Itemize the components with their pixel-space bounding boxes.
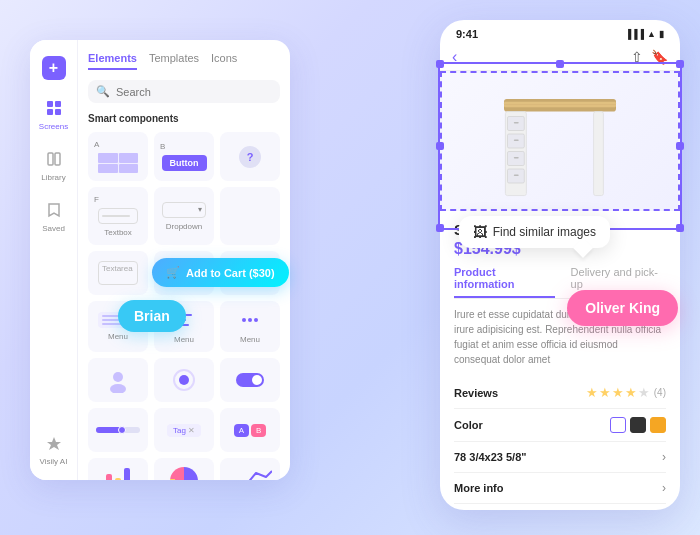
cart-icon: 🛒 xyxy=(166,266,180,279)
comp-empty-1 xyxy=(220,187,280,245)
svg-marker-6 xyxy=(47,437,61,450)
tool-sidebar: + Screens Library xyxy=(30,40,78,480)
sidebar-screens-label: Screens xyxy=(39,122,68,131)
swatch-white[interactable] xyxy=(610,417,626,433)
svg-rect-2 xyxy=(47,109,53,115)
visily-ai-icon xyxy=(42,431,66,455)
comp-question[interactable]: ? xyxy=(220,132,280,181)
oliver-king-bubble: Oliver King xyxy=(567,290,678,326)
comp-menu-3[interactable]: Menu xyxy=(220,301,280,352)
avatar-icon xyxy=(105,367,131,393)
search-bar[interactable]: 🔍 xyxy=(88,80,280,103)
star-4: ★ xyxy=(625,385,637,400)
star-3: ★ xyxy=(612,385,624,400)
back-button[interactable]: ‹ xyxy=(452,48,457,66)
svg-rect-5 xyxy=(55,153,60,165)
comp-table[interactable]: A xyxy=(88,132,148,181)
tab-product-info[interactable]: Product information xyxy=(454,266,555,298)
comp-badges[interactable]: A B xyxy=(220,408,280,452)
product-info: Shell Desk $154.99$ Product information … xyxy=(440,211,680,510)
spec-label-color: Color xyxy=(454,419,483,431)
comp-bar-chart-preview xyxy=(97,466,139,480)
product-image-area xyxy=(440,71,680,211)
brian-label: Brian xyxy=(134,308,170,324)
oliver-king-label: Oliver King xyxy=(585,300,660,316)
components-grid: A B Button ? F Textbox xyxy=(88,132,280,480)
product-image xyxy=(490,76,630,206)
comp-dropdown-preview: ▾ xyxy=(162,202,206,218)
sidebar-item-library[interactable]: Library xyxy=(32,141,76,188)
comp-button-preview: Button xyxy=(162,155,207,171)
add-to-cart-bubble[interactable]: 🛒 Add to Cart ($30) xyxy=(152,258,289,287)
comp-avatar[interactable] xyxy=(88,358,148,402)
swatch-black[interactable] xyxy=(630,417,646,433)
comp-slider[interactable] xyxy=(88,408,148,452)
svg-point-14 xyxy=(110,384,126,393)
comp-dropdown[interactable]: ▾ Dropdown xyxy=(154,187,214,245)
comp-pie-chart[interactable] xyxy=(154,458,214,480)
svg-rect-26 xyxy=(594,112,604,196)
comp-badges-preview: A B xyxy=(234,424,267,437)
spec-reviews: Reviews ★ ★ ★ ★ ★ (4) xyxy=(454,377,666,409)
chevron-more-info: › xyxy=(662,481,666,495)
comp-line-chart[interactable] xyxy=(220,458,280,480)
brian-bubble: Brian xyxy=(118,300,186,332)
swatch-yellow[interactable] xyxy=(650,417,666,433)
spec-label-dimensions: 78 3/4x23 5/8" xyxy=(454,451,527,463)
tab-templates[interactable]: Templates xyxy=(149,52,199,70)
svg-point-13 xyxy=(113,372,123,382)
svg-rect-3 xyxy=(55,109,61,115)
comp-table-icon xyxy=(98,153,138,173)
bookmark-icon[interactable]: 🔖 xyxy=(651,49,668,65)
stars-display: ★ ★ ★ ★ ★ xyxy=(586,385,650,400)
spec-label-reviews: Reviews xyxy=(454,387,498,399)
comp-textbox-preview xyxy=(98,208,138,224)
spec-more-info[interactable]: More info › xyxy=(454,473,666,504)
status-bar: 9:41 ▐▐▐ ▲ ▮ xyxy=(440,20,680,44)
toggle-circle-icon xyxy=(173,369,195,391)
comp-pie-chart-preview xyxy=(170,467,198,480)
sidebar-item-visily-ai[interactable]: Visily AI xyxy=(32,425,76,472)
svg-point-10 xyxy=(242,318,246,322)
chevron-dimensions: › xyxy=(662,450,666,464)
svg-rect-25 xyxy=(514,175,519,176)
svg-rect-22 xyxy=(514,122,519,123)
spec-color: Color xyxy=(454,409,666,442)
phone-panel: 9:41 ▐▐▐ ▲ ▮ ‹ ⇧ 🔖 xyxy=(440,20,680,510)
sidebar-item-screens[interactable]: Screens xyxy=(32,90,76,137)
comp-toggle[interactable] xyxy=(220,358,280,402)
svg-point-12 xyxy=(254,318,258,322)
svg-rect-24 xyxy=(514,157,519,158)
spec-value-reviews: ★ ★ ★ ★ ★ (4) xyxy=(586,385,666,400)
battery-icon: ▮ xyxy=(659,29,664,39)
search-input[interactable] xyxy=(116,86,272,98)
tab-elements[interactable]: Elements xyxy=(88,52,137,70)
comp-textbox[interactable]: F Textbox xyxy=(88,187,148,245)
comp-line-chart-preview xyxy=(228,467,272,480)
star-1: ★ xyxy=(586,385,598,400)
comp-textarea[interactable]: Textarea xyxy=(88,251,148,295)
comp-tag[interactable]: Tag ✕ xyxy=(154,408,214,452)
spec-label-more-info: More info xyxy=(454,482,504,494)
panel-tabs: Elements Templates Icons xyxy=(88,52,280,70)
svg-rect-1 xyxy=(55,101,61,107)
find-similar-tooltip[interactable]: 🖼 Find similar images xyxy=(459,216,610,248)
sidebar-item-add[interactable]: + xyxy=(32,50,76,86)
comp-button[interactable]: B Button xyxy=(154,132,214,181)
dots-menu-icon xyxy=(239,309,261,331)
find-similar-icon: 🖼 xyxy=(473,224,487,240)
svg-point-11 xyxy=(248,318,252,322)
comp-question-mark: ? xyxy=(239,146,261,168)
spec-dimensions[interactable]: 78 3/4x23 5/8" › xyxy=(454,442,666,473)
share-icon[interactable]: ⇧ xyxy=(631,49,643,65)
tab-icons[interactable]: Icons xyxy=(211,52,237,70)
spec-value-color xyxy=(610,417,666,433)
svg-rect-4 xyxy=(48,153,53,165)
smart-components-label: Smart components xyxy=(88,113,280,124)
signal-icon: ▐▐▐ xyxy=(625,29,644,39)
comp-bar-chart[interactable] xyxy=(88,458,148,480)
sidebar-item-saved[interactable]: Saved xyxy=(32,192,76,239)
comp-toggle-icon[interactable] xyxy=(154,358,214,402)
status-time: 9:41 xyxy=(456,28,478,40)
sidebar-saved-label: Saved xyxy=(42,224,65,233)
